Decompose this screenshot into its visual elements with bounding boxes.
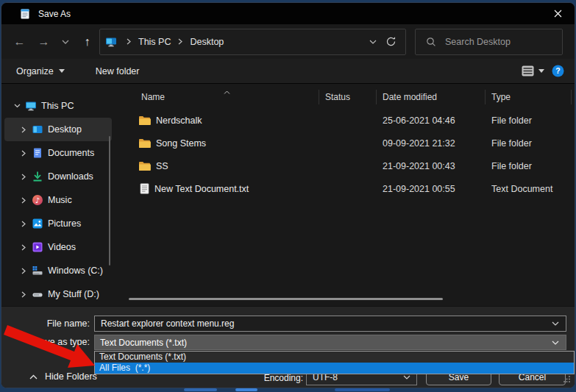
address-dropdown-button[interactable] <box>365 40 381 44</box>
chevron-right-icon[interactable] <box>17 150 30 157</box>
sidebar-item-desktop[interactable]: Desktop <box>4 118 112 141</box>
file-type: File folder <box>486 138 572 149</box>
breadcrumb-desktop[interactable]: Desktop <box>187 37 227 47</box>
file-date-modified: 09-09-2021 21:32 <box>377 138 486 149</box>
caret-down-icon <box>59 69 65 73</box>
horizontal-scrollbar[interactable] <box>129 298 443 300</box>
downloads-icon <box>32 171 43 182</box>
file-row[interactable]: SS 21-09-2021 00:43 File folder <box>124 154 575 177</box>
dropdown-option-text-documents[interactable]: Text Documents (*.txt) <box>95 352 574 363</box>
sidebar-scrollbar[interactable] <box>109 136 110 266</box>
save-as-type-label: Save as type: <box>1 337 90 347</box>
column-header-status[interactable]: Status <box>319 90 377 104</box>
close-button[interactable] <box>541 3 575 24</box>
dropdown-option-all-files[interactable]: All Files (*.*) <box>95 363 574 374</box>
views-button[interactable] <box>522 65 544 76</box>
titlebar[interactable]: Save As <box>1 3 575 24</box>
this-pc-icon <box>25 100 37 112</box>
file-row[interactable]: Song Stems 09-09-2021 21:32 File folder <box>124 132 575 154</box>
up-button[interactable]: ↑ <box>75 29 99 54</box>
chevron-right-icon[interactable] <box>17 244 30 251</box>
chevron-right-icon[interactable] <box>17 268 30 274</box>
taskbar-fragment <box>184 388 217 391</box>
sidebar-item-label: This PC <box>41 101 74 111</box>
sidebar-item-music[interactable]: ♪ Music <box>4 188 112 212</box>
chevron-down-icon[interactable] <box>403 375 416 379</box>
sidebar-item-my-stuff-d[interactable]: My Stuff (D:) <box>4 282 112 306</box>
address-bar[interactable]: This PC Desktop <box>99 29 406 55</box>
search-placeholder: Search Desktop <box>445 37 511 47</box>
folder-icon <box>138 161 151 171</box>
breadcrumb-this-pc[interactable]: This PC <box>135 37 174 47</box>
sidebar-item-label: Documents <box>48 148 94 158</box>
resize-grip[interactable] <box>563 373 571 386</box>
column-header-name[interactable]: Name <box>124 90 319 104</box>
sidebar-item-label: Downloads <box>48 171 93 182</box>
file-date-modified: 25-06-2021 04:46 <box>377 115 486 126</box>
sidebar-item-label: Pictures <box>48 218 81 229</box>
help-button[interactable]: ? <box>552 65 564 77</box>
back-button[interactable]: ← <box>7 29 32 54</box>
breadcrumb-chevron-icon <box>122 38 135 45</box>
details-view-icon <box>522 65 534 76</box>
notepad-icon <box>19 8 31 20</box>
chevron-down-icon <box>62 40 69 44</box>
chevron-right-icon[interactable] <box>17 291 30 298</box>
drive-icon <box>32 288 43 300</box>
chevron-right-icon[interactable] <box>17 126 30 133</box>
sidebar-item-label: Windows (C:) <box>48 266 103 276</box>
documents-icon <box>32 147 43 159</box>
column-header-type[interactable]: Type <box>486 90 572 104</box>
recent-locations-button[interactable] <box>56 29 75 54</box>
chevron-right-icon[interactable] <box>17 174 30 180</box>
sidebar-item-this-pc[interactable]: This PC <box>4 94 112 118</box>
music-note-glyph: ♪ <box>35 196 40 204</box>
new-folder-label: New folder <box>96 66 140 76</box>
file-date-modified: 21-09-2021 00:55 <box>377 184 486 194</box>
chevron-right-icon[interactable] <box>17 197 30 204</box>
file-name-combobox[interactable] <box>94 316 566 332</box>
sidebar-item-documents[interactable]: Documents <box>4 141 112 165</box>
sidebar-item-pictures[interactable]: Pictures <box>4 212 112 235</box>
sidebar-item-windows-c[interactable]: Windows (C:) <box>4 259 112 282</box>
window-title: Save As <box>38 9 71 19</box>
file-name: SS <box>156 161 168 171</box>
search-input[interactable]: Search Desktop <box>415 29 563 55</box>
save-as-type-combobox[interactable]: Text Documents (*.txt) <box>94 335 566 350</box>
videos-icon <box>32 241 43 253</box>
back-icon: ← <box>14 35 26 49</box>
refresh-button[interactable] <box>381 36 405 47</box>
text-file-icon <box>140 183 149 194</box>
file-name: Nerdschalk <box>156 115 202 126</box>
command-toolbar: Organize New folder <box>1 59 575 84</box>
chevron-down-icon[interactable] <box>10 104 24 108</box>
chevron-down-icon[interactable] <box>552 321 566 326</box>
main-area: This PC Desktop <box>1 84 575 306</box>
this-pc-icon <box>100 36 122 48</box>
organize-button[interactable]: Organize <box>12 63 69 79</box>
screenshot-root: Save As ← → ↑ <box>0 0 576 392</box>
sidebar-item-downloads[interactable]: Downloads <box>4 165 112 188</box>
hide-folders-button[interactable]: Hide Folders <box>29 371 97 382</box>
file-type: File folder <box>486 161 572 171</box>
sidebar-item-videos[interactable]: Videos <box>4 235 112 259</box>
chevron-down-icon[interactable] <box>552 341 566 345</box>
taskbar-fragment <box>335 388 390 391</box>
chevron-up-icon <box>29 374 38 379</box>
file-row[interactable]: Nerdschalk 25-06-2021 04:46 File folder <box>124 109 575 132</box>
column-header-date-modified[interactable]: Date modified <box>377 90 486 104</box>
new-folder-button[interactable]: New folder <box>91 63 144 79</box>
encoding-label: Encoding: <box>259 373 303 383</box>
file-row[interactable]: New Text Document.txt 21-09-2021 00:55 T… <box>124 177 575 200</box>
folder-tree: This PC Desktop <box>1 84 124 306</box>
hide-folders-label: Hide Folders <box>45 371 97 382</box>
up-icon: ↑ <box>85 35 90 49</box>
chevron-right-icon[interactable] <box>17 221 30 227</box>
column-headers: Name Status Date modified Type <box>124 87 575 107</box>
file-rows: Nerdschalk 25-06-2021 04:46 File folder <box>124 109 575 200</box>
save-as-dialog: Save As ← → ↑ <box>1 2 575 388</box>
file-name-input[interactable] <box>95 318 552 329</box>
file-type: File folder <box>486 115 572 126</box>
forward-button[interactable]: → <box>32 29 56 54</box>
sidebar-item-label: Music <box>48 195 72 205</box>
